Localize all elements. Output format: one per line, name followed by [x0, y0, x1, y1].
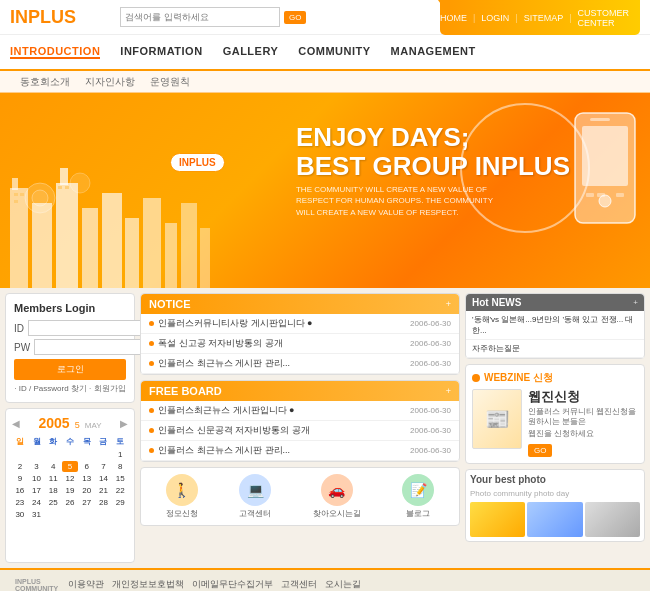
cal-d3[interactable]: 3 [29, 461, 45, 472]
dot-1 [149, 321, 154, 326]
cal-d22[interactable]: 22 [112, 485, 128, 496]
cal-d-e4[interactable] [79, 449, 95, 460]
footer-link-3[interactable]: 고객센터 [281, 578, 317, 591]
cal-d11[interactable]: 11 [45, 473, 61, 484]
cal-d30[interactable]: 30 [12, 509, 28, 520]
footer-logo: INPLUS COMMUNITY [15, 578, 58, 591]
cal-d-e2[interactable] [45, 449, 61, 460]
cal-d20[interactable]: 20 [79, 485, 95, 496]
svg-rect-25 [597, 193, 605, 197]
freeboard-item-1[interactable]: 인플러스최근뉴스 게시판입니다 ● 2006-06-30 [141, 401, 459, 421]
cal-d24[interactable]: 24 [29, 497, 45, 508]
cal-d23[interactable]: 23 [12, 497, 28, 508]
hot-news-item-0[interactable]: '동해'vs 일본해...9년만의 '동해 있고 전쟁... 대한... [466, 311, 644, 340]
nav-management[interactable]: MANAGEMENT [391, 45, 476, 59]
nav-sitemap[interactable]: SITEMAP [524, 13, 564, 23]
photo-thumb-2[interactable] [585, 502, 640, 537]
dot-2 [149, 341, 154, 346]
cal-d16[interactable]: 16 [12, 485, 28, 496]
id-label: ID [14, 323, 24, 334]
id-input[interactable] [28, 320, 148, 336]
id-row: ID [14, 320, 126, 336]
photo-grid [470, 502, 640, 537]
hot-news-item-1[interactable]: 자주하는질문 [466, 340, 644, 358]
cal-d18[interactable]: 18 [45, 485, 61, 496]
nav-login[interactable]: LOGIN [481, 13, 509, 23]
cal-d0[interactable] [12, 449, 28, 460]
nav-customer[interactable]: CUSTOMER CENTER [578, 8, 640, 28]
cal-d26[interactable]: 26 [62, 497, 78, 508]
notice-item-3[interactable]: 인플러스 최근뉴스 게시판 관리... 2006-06-30 [141, 354, 459, 374]
subnav-item-1[interactable]: 동호회소개 [20, 75, 70, 89]
cal-d2[interactable]: 2 [12, 461, 28, 472]
nav-gallery[interactable]: GALLERY [223, 45, 279, 59]
notice-text-2: 폭설 신고공 저자비방통의 공개 [158, 337, 406, 350]
cal-d14[interactable]: 14 [96, 473, 112, 484]
search-button[interactable]: GO [284, 11, 306, 24]
cal-d25[interactable]: 25 [45, 497, 61, 508]
footer-link-1[interactable]: 개인정보보호법책 [112, 578, 184, 591]
hot-news-more[interactable]: + [633, 298, 638, 307]
svg-rect-2 [32, 203, 52, 288]
cal-d7[interactable]: 7 [96, 461, 112, 472]
cal-d1[interactable]: 1 [112, 449, 128, 460]
icon-link-1[interactable]: 💻 고객센터 [239, 474, 271, 519]
cal-next-btn[interactable]: ▶ [120, 418, 128, 429]
freeboard-item-3[interactable]: 인플러스 최근뉴스 게시판 관리... 2006-06-30 [141, 441, 459, 461]
photo-subtitle: Photo community photo day [470, 489, 640, 498]
cal-d9[interactable]: 9 [12, 473, 28, 484]
pw-input[interactable] [34, 339, 154, 355]
cal-d27[interactable]: 27 [79, 497, 95, 508]
cal-d-e5[interactable] [96, 449, 112, 460]
subnav-item-2[interactable]: 지자인사항 [85, 75, 135, 89]
cal-d29[interactable]: 29 [112, 497, 128, 508]
cal-d8[interactable]: 8 [112, 461, 128, 472]
cal-d-e3[interactable] [62, 449, 78, 460]
cal-d19[interactable]: 19 [62, 485, 78, 496]
nav-information[interactable]: INFORMATION [120, 45, 202, 59]
footer-logo-wrap: INPLUS COMMUNITY [15, 578, 58, 591]
notice-item-2[interactable]: 폭설 신고공 저자비방통의 공개 2006-06-30 [141, 334, 459, 354]
freeboard-more[interactable]: + [446, 386, 451, 396]
cal-d17[interactable]: 17 [29, 485, 45, 496]
search-input[interactable] [120, 7, 280, 27]
cal-month-name: MAY [85, 421, 102, 430]
cal-d28[interactable]: 28 [96, 497, 112, 508]
notice-more[interactable]: + [446, 299, 451, 309]
notice-item-1[interactable]: 인플러스커뮤니티사랑 게시판입니다 ● 2006-06-30 [141, 314, 459, 334]
calendar-grid: 일 월 화 수 목 금 토 1 2 3 4 5 6 7 8 [12, 435, 128, 520]
photo-title: Your best photo [470, 474, 640, 485]
photo-thumb-0[interactable] [470, 502, 525, 537]
cal-d12[interactable]: 12 [62, 473, 78, 484]
photo-thumb-1[interactable] [527, 502, 582, 537]
freeboard-text-2: 인플러스 신문공격 저자비방통의 공개 [158, 424, 406, 437]
cityscape-svg [0, 148, 280, 288]
cal-d-e1[interactable] [29, 449, 45, 460]
cal-d4[interactable]: 4 [45, 461, 61, 472]
icon-label-1: 고객센터 [239, 508, 271, 519]
cal-d13[interactable]: 13 [79, 473, 95, 484]
nav-community[interactable]: COMMUNITY [298, 45, 370, 59]
icon-link-0[interactable]: 🚶 정모신청 [166, 474, 198, 519]
notice-header: NOTICE + [141, 294, 459, 314]
cal-d15[interactable]: 15 [112, 473, 128, 484]
cal-prev-btn[interactable]: ◀ [12, 418, 20, 429]
cal-d31[interactable]: 31 [29, 509, 45, 520]
cal-d5[interactable]: 5 [62, 461, 78, 472]
footer-link-4[interactable]: 오시는길 [325, 578, 361, 591]
svg-rect-11 [200, 228, 210, 288]
freeboard-item-2[interactable]: 인플러스 신문공격 저자비방통의 공개 2006-06-30 [141, 421, 459, 441]
cal-d6[interactable]: 6 [79, 461, 95, 472]
footer-link-0[interactable]: 이용약관 [68, 578, 104, 591]
cal-d10[interactable]: 10 [29, 473, 45, 484]
cal-d21[interactable]: 21 [96, 485, 112, 496]
members-login-box: Members Login ID PW 로그인 · ID / Password … [5, 293, 135, 403]
subnav-item-3[interactable]: 운영원칙 [150, 75, 190, 89]
nav-introduction[interactable]: INTRODUCTION [10, 45, 100, 59]
icon-link-3[interactable]: 📝 블로그 [402, 474, 434, 519]
icon-link-2[interactable]: 🚗 찾아오시는길 [313, 474, 361, 519]
footer-link-2[interactable]: 이메일무단수집거부 [192, 578, 273, 591]
middle-panel: NOTICE + 인플러스커뮤니티사랑 게시판입니다 ● 2006-06-30 … [140, 293, 460, 563]
login-button[interactable]: 로그인 [14, 359, 126, 380]
webzine-go-btn[interactable]: GO [528, 444, 552, 457]
